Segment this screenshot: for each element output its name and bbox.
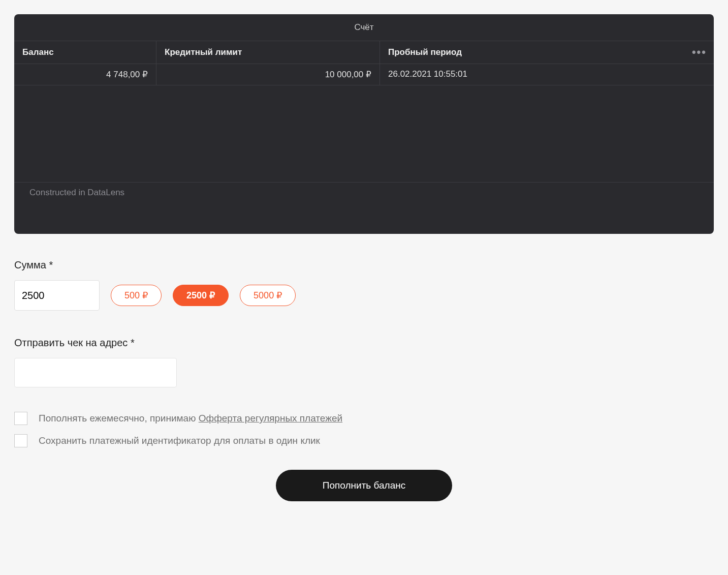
panel-empty-space [14,85,714,182]
preset-500-button[interactable]: 500 ₽ [111,285,162,306]
monthly-check-label: Пополнять ежемесячно, принимаю Офферта р… [39,413,342,424]
cell-credit: 10 000,00 ₽ [156,64,380,85]
submit-wrap: Пополнить баланс [14,470,714,501]
amount-input[interactable] [14,280,100,311]
monthly-check-row: Пополнять ежемесячно, принимаю Офферта р… [14,412,714,425]
saveid-checkbox[interactable] [14,434,27,447]
saveid-check-row: Сохранить платежный идентификатор для оп… [14,434,714,447]
panel-footer: Constructed in DataLens [14,182,714,203]
monthly-prefix: Пополнять ежемесячно, принимаю [39,413,199,423]
col-header-trial: Пробный период ••• [380,41,714,64]
cell-balance: 4 748,00 ₽ [14,64,156,85]
more-icon[interactable]: ••• [692,47,707,58]
cell-trial: 26.02.2021 10:55:01 [380,64,714,85]
topup-button[interactable]: Пополнить баланс [276,470,452,501]
panel-tail-space [14,203,714,234]
offer-link[interactable]: Офферта регулярных платежей [199,413,342,423]
saveid-check-label: Сохранить платежный идентификатор для оп… [39,435,320,446]
amount-row: 500 ₽ 2500 ₽ 5000 ₽ [14,280,714,311]
table-header: Баланс Кредитный лимит Пробный период ••… [14,41,714,64]
table-row: 4 748,00 ₽ 10 000,00 ₽ 26.02.2021 10:55:… [14,64,714,85]
col-header-trial-label: Пробный период [388,47,462,57]
col-header-credit: Кредитный лимит [156,41,380,64]
preset-2500-button[interactable]: 2500 ₽ [173,285,229,306]
col-header-balance: Баланс [14,41,156,64]
email-input[interactable] [14,358,177,387]
preset-5000-button[interactable]: 5000 ₽ [240,285,296,306]
monthly-checkbox[interactable] [14,412,27,425]
account-panel: Счёт Баланс Кредитный лимит Пробный пери… [14,14,714,234]
amount-label: Сумма * [14,259,714,271]
panel-title: Счёт [14,14,714,41]
email-label: Отправить чек на адрес * [14,337,714,349]
